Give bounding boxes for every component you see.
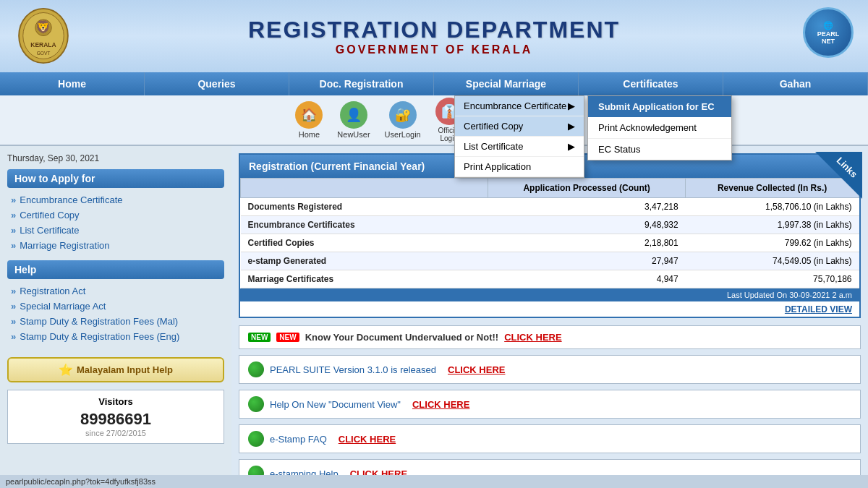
sidebar-link-ec[interactable]: Encumbrance Certificate xyxy=(7,192,224,207)
visitors-box: Visitors 89986691 since 27/02/2015 xyxy=(7,390,224,444)
status-bar: pearlpublic/ecapln.php?tok=4dfyufksfj83s… xyxy=(0,475,868,488)
row-revenue: 1,997.38 (in Lakhs) xyxy=(686,216,859,234)
kerala-emblem: 🦁 KERALA GOVT xyxy=(14,7,72,67)
reg-table-detailed: DETAILED VIEW xyxy=(240,301,859,317)
content-area: Registration (Current Financial Year) Ap… xyxy=(231,146,868,488)
detailed-view-link[interactable]: DETAILED VIEW xyxy=(785,304,852,314)
links-ribbon-container: Links xyxy=(815,152,862,199)
news-text-3: e-Stamp FAQ xyxy=(270,434,327,445)
submenu-item-ec-status[interactable]: EC Status xyxy=(588,139,731,160)
undervalued-click-here[interactable]: CLICK HERE xyxy=(504,332,561,343)
nav-special-marriage[interactable]: Special Marriage xyxy=(434,72,579,95)
malayalam-input-btn[interactable]: ⭐ Malayalam Input Help xyxy=(7,357,224,382)
row-label: Marriage Certificates xyxy=(241,270,488,288)
status-url: pearlpublic/ecapln.php?tok=4dfyufksfj83s… xyxy=(6,477,156,486)
newuser-label: NewUser xyxy=(337,130,370,139)
news-link-2[interactable]: CLICK HERE xyxy=(412,399,469,410)
certificates-dropdown: Encumbrance Certificate ▶ Certified Copy… xyxy=(454,95,584,178)
sidebar-link-special-marriage[interactable]: Special Marriage Act xyxy=(7,299,224,314)
info-box-undervalued: NEW NEW Know Your Document Undervalued o… xyxy=(239,325,861,349)
row-count: 3,47,218 xyxy=(488,198,686,216)
row-count: 27,947 xyxy=(488,252,686,270)
row-count: 4,947 xyxy=(488,270,686,288)
govt-name: GOVERNMENT OF KERALA xyxy=(248,43,620,56)
globe-icon: 🌐 PEARL NET xyxy=(803,7,854,58)
col-label-header xyxy=(241,179,488,198)
header: 🦁 KERALA GOVT REGISTRATION DEPARTMENT GO… xyxy=(0,0,868,72)
sidebar-link-certified[interactable]: Certified Copy xyxy=(7,207,224,223)
table-row: Documents Registered 3,47,218 1,58,706.1… xyxy=(241,198,859,216)
new-badge-1: NEW xyxy=(248,333,271,342)
row-label: Documents Registered xyxy=(241,198,488,216)
star-icon: ⭐ xyxy=(59,363,73,377)
arrow-icon-lc: ▶ xyxy=(568,141,575,152)
news-link-1[interactable]: CLICK HERE xyxy=(448,364,505,375)
sidebar-link-stamp-mal[interactable]: Stamp Duty & Registration Fees (Mal) xyxy=(7,314,224,329)
undervalued-text: Know Your Document Undervalued or Not!! xyxy=(305,332,498,343)
row-revenue: 1,58,706.10 (in Lakhs) xyxy=(686,198,859,216)
table-row: Encumbrance Certificates 9,48,932 1,997.… xyxy=(241,216,859,234)
svg-text:GOVT: GOVT xyxy=(37,51,51,56)
nav-certificates[interactable]: Certificates xyxy=(579,72,723,95)
reg-table-footer: Last Updated On 30-09-2021 2 a.m xyxy=(240,288,859,301)
row-label: Encumbrance Certificates xyxy=(241,216,488,234)
news-text-2: Help On New "Document View" xyxy=(270,399,401,410)
main-nav: Home Queries Doc. Registration Special M… xyxy=(0,72,868,95)
news-item-2: Help On New "Document View" CLICK HERE xyxy=(239,390,861,419)
dropdown-item-lc[interactable]: List Certificate ▶ xyxy=(455,137,584,157)
userlogin-btn[interactable]: 🔐 UserLogin xyxy=(385,101,421,139)
dept-name: REGISTRATION DEPARTMENT xyxy=(248,17,620,43)
dropdown-item-ec[interactable]: Encumbrance Certificate ▶ xyxy=(455,96,584,116)
nav-gahan[interactable]: Gahan xyxy=(723,72,868,95)
visitors-label: Visitors xyxy=(14,396,218,407)
table-row: e-stamp Generated 27,947 74,549.05 (in L… xyxy=(241,252,859,270)
arrow-icon-cc: ▶ xyxy=(568,121,575,132)
userlogin-label: UserLogin xyxy=(385,130,421,139)
new-badge-2: NEW xyxy=(276,333,299,342)
row-revenue: 75,70,186 xyxy=(686,270,859,288)
registration-table-container: Registration (Current Financial Year) Ap… xyxy=(239,153,861,318)
row-label: e-stamp Generated xyxy=(241,252,488,270)
sidebar-link-stamp-eng[interactable]: Stamp Duty & Registration Fees (Eng) xyxy=(7,329,224,344)
pearl-icon-3 xyxy=(248,431,264,447)
sidebar-link-list[interactable]: List Certificate xyxy=(7,223,224,238)
pearl-net-logo: 🌐 PEARL NET xyxy=(803,7,854,58)
news-item-1: PEARL SUITE Version 3.1.0 is released CL… xyxy=(239,355,861,384)
svg-text:🦁: 🦁 xyxy=(36,20,52,35)
visitors-count: 89986691 xyxy=(14,410,218,429)
newuser-btn[interactable]: 👤 NewUser xyxy=(337,101,370,139)
pearl-icon-1 xyxy=(248,361,264,377)
sidebar: Thursday, Sep 30, 2021 How to Apply for … xyxy=(0,146,231,488)
help-title: Help xyxy=(7,260,224,279)
submenu-item-print-ack[interactable]: Print Acknowledgement xyxy=(588,117,731,139)
news-link-3[interactable]: CLICK HERE xyxy=(339,434,396,445)
nav-home[interactable]: Home xyxy=(0,72,145,95)
dropdown-item-print[interactable]: Print Application xyxy=(455,157,584,177)
how-to-apply-title: How to Apply for xyxy=(7,169,224,188)
ec-submenu: Submit Application for EC Print Acknowle… xyxy=(587,95,732,160)
svg-text:KERALA: KERALA xyxy=(30,41,56,48)
main-layout: Thursday, Sep 30, 2021 How to Apply for … xyxy=(0,146,868,488)
sidebar-link-reg-act[interactable]: Registration Act xyxy=(7,283,224,299)
home-icon: 🏠 xyxy=(295,101,323,129)
submenu-item-submit[interactable]: Submit Application for EC xyxy=(588,96,731,117)
userlogin-icon: 🔐 xyxy=(389,101,417,129)
visitors-since: since 27/02/2015 xyxy=(14,429,218,437)
news-item-3: e-Stamp FAQ CLICK HERE xyxy=(239,424,861,453)
row-count: 9,48,932 xyxy=(488,216,686,234)
row-revenue: 74,549.05 (in Lakhs) xyxy=(686,252,859,270)
date-display: Thursday, Sep 30, 2021 xyxy=(7,153,224,163)
nav-doc-registration[interactable]: Doc. Registration xyxy=(289,72,434,95)
sidebar-link-marriage[interactable]: Marriage Registration xyxy=(7,238,224,253)
table-row: Marriage Certificates 4,947 75,70,186 xyxy=(241,270,859,288)
home-icon-btn[interactable]: 🏠 Home xyxy=(295,101,323,139)
pearl-icon-2 xyxy=(248,396,264,412)
dropdown-item-cc[interactable]: Certified Copy ▶ xyxy=(455,116,584,137)
row-label: Certified Copies xyxy=(241,234,488,252)
col-count-header: Application Processed (Count) xyxy=(488,179,686,198)
registration-table: Application Processed (Count) Revenue Co… xyxy=(240,178,859,288)
table-row: Certified Copies 2,18,801 799.62 (in Lak… xyxy=(241,234,859,252)
header-title: REGISTRATION DEPARTMENT GOVERNMENT OF KE… xyxy=(248,17,620,56)
newuser-icon: 👤 xyxy=(340,101,367,129)
nav-queries[interactable]: Queries xyxy=(145,72,289,95)
